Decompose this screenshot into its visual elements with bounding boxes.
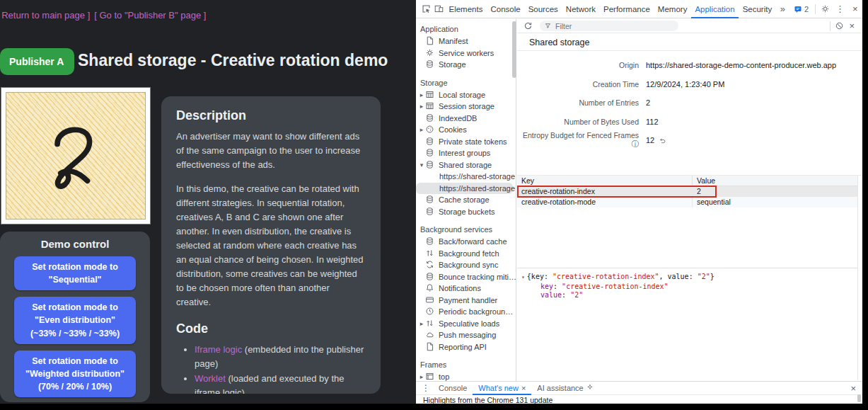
tab-security[interactable]: Security: [739, 0, 776, 18]
sidebar-item-storage-buckets[interactable]: Storage buckets: [416, 206, 516, 218]
sidebar-item-background-sync[interactable]: Background sync: [416, 259, 516, 271]
tab-memory[interactable]: Memory: [654, 0, 691, 18]
drawer-kebab-icon[interactable]: ⋮: [419, 383, 433, 393]
expander-icon[interactable]: ▾: [418, 161, 425, 169]
close-devtools-icon[interactable]: ×: [849, 4, 862, 14]
sidebar-item-https-shared-storage-[interactable]: https://shared-storage…: [416, 171, 516, 183]
table-scrollbar-track[interactable]: [857, 176, 862, 380]
sidebar-item-session-storage[interactable]: ▸Session storage: [416, 101, 516, 113]
inspect-element-icon[interactable]: [419, 3, 432, 15]
device-toolbar-icon[interactable]: [432, 3, 445, 15]
sidebar-item-shared-storage[interactable]: ▾Shared storage: [416, 159, 516, 171]
reset-budget-icon[interactable]: [659, 137, 666, 144]
settings-gear-icon[interactable]: [818, 3, 831, 15]
screenshot-root: [ Return to main page ][ Go to "Publishe…: [0, 0, 868, 410]
column-header-value[interactable]: Value: [693, 176, 858, 186]
service-worker-gear-icon: [425, 48, 435, 58]
drawer-tab-what-s-new[interactable]: What's new×: [473, 382, 531, 395]
expander-icon[interactable]: ▸: [418, 373, 425, 380]
expander-icon[interactable]: ▸: [418, 320, 425, 327]
tab-console[interactable]: Console: [487, 0, 524, 18]
panel-toolbar: ×: [517, 19, 862, 33]
more-tabs-chevron-icon[interactable]: »: [776, 4, 789, 14]
code-link-0[interactable]: Iframe logic: [195, 344, 242, 355]
set-rotation-mode-button-0[interactable]: Set rotation mode to"Sequential": [14, 256, 136, 290]
clock-icon: [425, 307, 435, 317]
sidebar-item-service-workers[interactable]: Service workers: [416, 47, 516, 59]
set-rotation-mode-button-1[interactable]: Set rotation mode to"Even distribution"(…: [14, 297, 136, 343]
filter-box[interactable]: [540, 21, 678, 31]
sidebar-item-label: Background sync: [439, 261, 498, 269]
sidebar-item-https-shared-storage-[interactable]: https://shared-storage…: [416, 183, 513, 195]
sidebar-item-local-storage[interactable]: ▸Local storage: [416, 89, 516, 101]
table-row[interactable]: creative-rotation-modesequential: [517, 197, 858, 207]
metadata-value: 12: [646, 136, 666, 144]
sidebar-item-label: Payment handler: [439, 296, 497, 304]
sidebar-item-cache-storage[interactable]: Cache storage: [416, 194, 516, 206]
delete-selected-icon[interactable]: ×: [845, 21, 858, 31]
set-rotation-mode-button-2[interactable]: Set rotation mode to"Weighted distributi…: [14, 351, 136, 397]
tab-sources[interactable]: Sources: [524, 0, 562, 18]
metadata-label: Number of Entries: [517, 98, 639, 107]
devtools-panel-tabs: ElementsConsoleSourcesNetworkPerformance…: [445, 0, 776, 18]
sidebar-item-indexeddb[interactable]: IndexedDB: [416, 113, 516, 125]
tab-elements[interactable]: Elements: [445, 0, 487, 18]
expander-icon[interactable]: ▸: [418, 91, 425, 98]
preview-summary[interactable]: ▾{key: "creative-rotation-index", value:…: [521, 273, 858, 283]
sidebar-item-back-forward-cache[interactable]: Back/forward cache: [416, 236, 516, 248]
drawer-scrollbar[interactable]: [857, 394, 861, 402]
clear-storage-icon[interactable]: [833, 20, 845, 32]
tab-application[interactable]: Application: [691, 0, 739, 18]
sidebar-item-reporting-api[interactable]: Reporting API: [416, 341, 516, 353]
whats-new-content: Highlights from the Chrome 131 update: [416, 395, 862, 404]
tab-network[interactable]: Network: [562, 0, 599, 18]
column-header-key[interactable]: Key: [517, 176, 693, 186]
creative-ad-frame: [1, 88, 150, 224]
sidebar-item-storage[interactable]: Storage: [416, 59, 516, 71]
demo-control-panel: Demo control Set rotation mode to"Sequen…: [0, 232, 150, 402]
close-drawer-icon[interactable]: ×: [844, 383, 862, 394]
metadata-row: Entropy Budget for Fenced Frames ⓘ12: [517, 131, 862, 150]
sidebar-item-periodic-backgroun-[interactable]: Periodic backgroun…: [416, 306, 516, 318]
table-row[interactable]: creative-rotation-index2: [517, 186, 858, 197]
filter-input[interactable]: [554, 21, 673, 31]
sidebar-item-label: Interest groups: [439, 149, 490, 157]
cell-value: sequential: [693, 197, 858, 207]
code-heading: Code: [176, 321, 366, 336]
sidebar-item-label: Session storage: [439, 102, 494, 110]
sidebar-item-background-fetch[interactable]: Background fetch: [416, 248, 516, 260]
sidebar-item-manifest[interactable]: Manifest: [416, 35, 516, 47]
shared-storage-metadata: Originhttps://shared-storage-demo-conten…: [517, 51, 862, 176]
expander-icon[interactable]: ▸: [418, 103, 425, 110]
sidebar-item-private-state-tokens[interactable]: Private state tokens: [416, 136, 516, 148]
sidebar-item-speculative-loads[interactable]: ▸Speculative loads: [416, 318, 516, 330]
sidebar-item-payment-handler[interactable]: Payment handler: [416, 295, 516, 307]
expander-icon[interactable]: ▸: [418, 126, 425, 133]
sidebar-section-background-services: Background services: [416, 223, 516, 236]
issues-counter[interactable]: 2: [790, 5, 812, 13]
tab-performance[interactable]: Performance: [600, 0, 654, 18]
close-tab-icon[interactable]: ×: [521, 384, 526, 392]
nav-link-1[interactable]: [ Go to "Publisher B" page ]: [94, 10, 206, 21]
sidebar-item-push-messaging[interactable]: Push messaging: [416, 329, 516, 341]
refresh-icon[interactable]: [521, 20, 534, 32]
sidebar-scrollbar[interactable]: [512, 21, 516, 78]
code-link-1[interactable]: Worklet: [195, 373, 226, 384]
sidebar-item-bounce-tracking-miti-[interactable]: Bounce tracking miti…: [416, 271, 516, 283]
sidebar-item-label: IndexedDB: [439, 114, 477, 123]
sidebar-item-cookies[interactable]: ▸Cookies: [416, 124, 516, 136]
nav-link-0[interactable]: [ Return to main page ]: [0, 10, 90, 21]
screen-edge-right: [862, 0, 868, 410]
drawer-tab-console[interactable]: Console: [433, 382, 473, 395]
preview-entry: key: "creative-rotation-index": [521, 283, 858, 292]
preview-entry: value: "2": [521, 291, 858, 300]
sidebar-item-notifications[interactable]: Notifications: [416, 283, 516, 295]
sidebar-item-label: Cookies: [439, 125, 467, 134]
drawer-tab-ai-assistance[interactable]: AI assistance: [531, 382, 598, 395]
sidebar-item-top[interactable]: ▸top: [416, 371, 516, 381]
preview-prop-name: value: [540, 291, 562, 299]
database-icon: [425, 195, 435, 205]
sidebar-item-label: Bounce tracking miti…: [439, 273, 516, 281]
sidebar-item-interest-groups[interactable]: Interest groups: [416, 147, 516, 159]
kebab-menu-icon[interactable]: ⋮: [832, 4, 848, 14]
